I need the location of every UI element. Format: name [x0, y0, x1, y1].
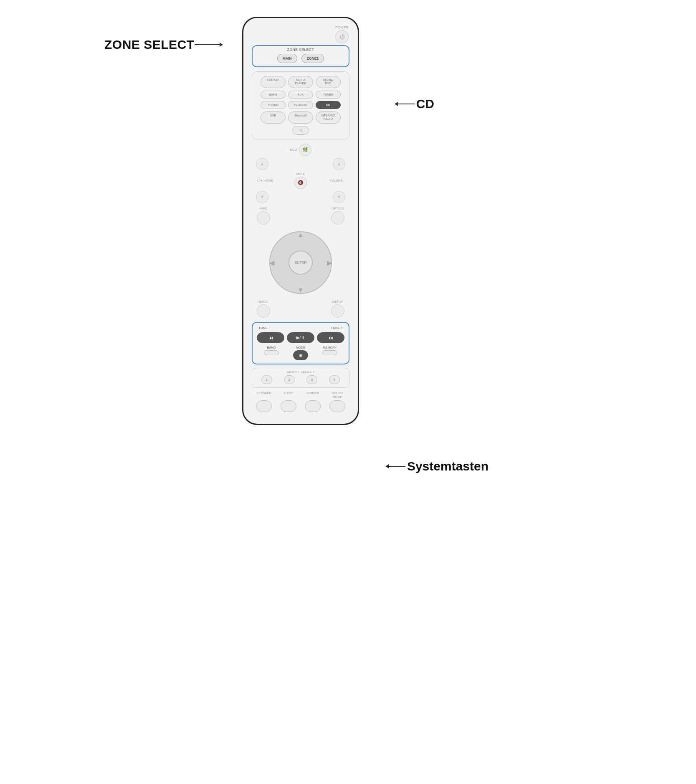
mode-label: MODE	[296, 346, 306, 349]
remote-body: POWER ⏻ ZONE SELECT MAIN ZONE2	[242, 17, 359, 425]
eco-label: ECO	[290, 148, 297, 152]
dpad-section: ENTER ▲ ▼ ◀ ▶	[265, 227, 336, 298]
ch-page-up-button[interactable]: ▲	[256, 158, 268, 170]
memory-label: MEMORY	[323, 346, 337, 349]
smart-select-1-button[interactable]: 1	[261, 375, 272, 384]
sleep-label: SLEEP	[278, 391, 299, 399]
media-player-button[interactable]: MEDIAPLAYER	[288, 76, 313, 88]
fast-forward-button[interactable]: ⏭	[317, 332, 344, 343]
dimmer-label: DIMMER	[302, 391, 323, 399]
smart-select-2-button[interactable]: 2	[284, 375, 295, 384]
play-pause-button[interactable]: ▶/⏸	[287, 332, 314, 343]
smart-select-label: SMART SELECT	[286, 370, 314, 374]
speaker-button[interactable]	[256, 400, 272, 412]
power-button-wrap: POWER ⏻	[335, 25, 349, 43]
sleep-button[interactable]	[281, 400, 296, 412]
sound-mode-label: SOUND MODE	[327, 391, 348, 399]
rewind-button[interactable]: ⏮	[257, 332, 284, 343]
tuner-button[interactable]: TUNER	[316, 91, 341, 99]
power-icon: ⏻	[339, 34, 345, 40]
setup-label: SETUP	[332, 300, 344, 303]
option-label: OPTION	[332, 207, 344, 210]
zone-main-button[interactable]: MAIN	[277, 54, 297, 63]
dpad-up-button[interactable]: ▲	[297, 231, 304, 239]
smart-select-3-button[interactable]: 3	[306, 375, 317, 384]
zone-select-label: ZONE SELECT	[287, 48, 314, 52]
volume-down-button[interactable]: ▼	[333, 191, 345, 203]
volume-up-button[interactable]: ▲	[333, 158, 345, 170]
dimmer-button[interactable]	[305, 400, 321, 412]
smart-select-4-button[interactable]: 4	[329, 375, 340, 384]
volume-label: VOLUME	[324, 179, 349, 182]
tune-plus-label: TUNE +	[331, 326, 343, 330]
dpad-right-button[interactable]: ▶	[327, 258, 332, 266]
phono-button[interactable]: PHONO	[261, 101, 286, 109]
ch-page-label: CH / PAGE	[253, 179, 278, 182]
sound-mode-button[interactable]	[329, 400, 345, 412]
back-button[interactable]	[257, 304, 270, 318]
ch-page-down-button[interactable]: ▼	[256, 191, 268, 203]
zone-select-section: ZONE SELECT MAIN ZONE2	[252, 45, 349, 67]
cbl-sat-button[interactable]: CBL/SAT	[261, 76, 286, 88]
aux-button[interactable]: AUX	[288, 91, 313, 99]
stop-button[interactable]: ■	[293, 350, 308, 360]
band-label: BAND	[267, 346, 276, 349]
zone2-button[interactable]: ZONE2	[301, 54, 324, 63]
dpad-down-button[interactable]: ▼	[297, 286, 304, 294]
option-button[interactable]	[331, 211, 344, 225]
cd-button[interactable]: CD	[316, 101, 341, 109]
systemtasten-annotation-text: Systemtasten	[407, 459, 488, 473]
cd-annotation-text: CD	[416, 97, 434, 111]
bottom-section: SPEAKER SLEEP DIMMER SOUND MODE	[252, 391, 349, 412]
zone-select-annotation-text: ZONE SELECT	[104, 38, 195, 52]
dpad-left-button[interactable]: ◀	[269, 258, 274, 266]
info-button[interactable]	[257, 211, 270, 225]
playback-section: TUNE − TUNE + ⏮ ▶/⏸ ⏭ BAND MODE	[252, 322, 349, 364]
bluray-dvd-button[interactable]: Blu-ray/DVD	[316, 76, 341, 88]
setup-button[interactable]	[331, 304, 344, 318]
memory-button[interactable]	[322, 350, 337, 355]
game-button[interactable]: GAME	[261, 91, 286, 99]
mute-button[interactable]: 🔇	[294, 177, 307, 189]
back-label: BACK	[259, 300, 268, 303]
power-label: POWER	[335, 25, 349, 29]
input-section: CBL/SAT MEDIAPLAYER Blu-ray/DVD GAME AUX…	[252, 71, 349, 139]
eco-button[interactable]: 🌿	[299, 144, 311, 156]
enter-button[interactable]: ENTER	[289, 250, 313, 275]
hd-button[interactable]: ⏸	[292, 126, 309, 135]
internet-radio-button[interactable]: INTERNETRADIO	[316, 111, 341, 124]
tv-audio-button[interactable]: TV AUDIO	[288, 101, 313, 109]
speaker-label: SPEAKER	[253, 391, 274, 399]
smart-select-section: SMART SELECT 1 2 3 4	[252, 368, 349, 388]
band-button[interactable]	[264, 350, 279, 355]
tune-minus-label: TUNE −	[258, 326, 271, 330]
bluetooth-button[interactable]: Bluetooth	[288, 111, 313, 124]
mute-label: MUTE	[296, 172, 305, 176]
info-label: INFO	[259, 207, 267, 210]
power-button[interactable]: ⏻	[335, 30, 349, 43]
usb-button[interactable]: USB	[261, 111, 286, 124]
